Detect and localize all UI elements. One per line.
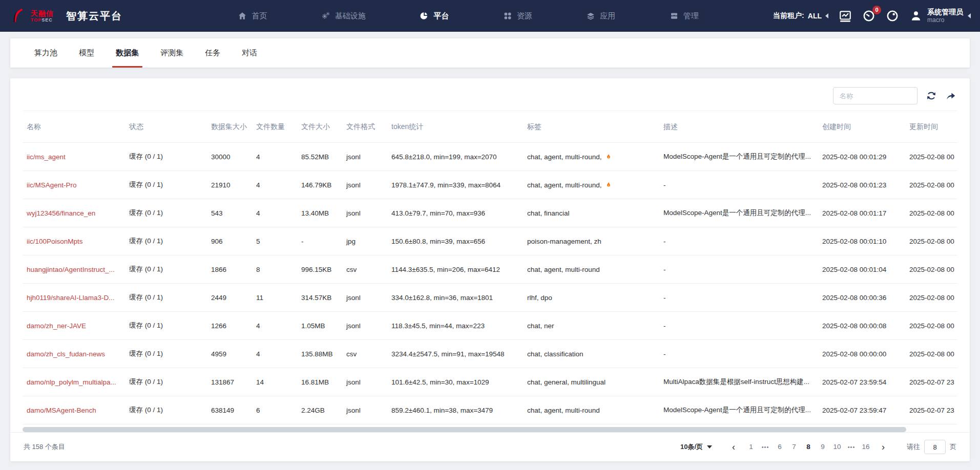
page-ellipsis[interactable]: •••: [844, 440, 859, 454]
cell-dataset-size: 2449: [207, 284, 252, 312]
tab-模型[interactable]: 模型: [68, 38, 105, 68]
refresh-button[interactable]: [926, 90, 937, 101]
brand-text: 天融信 TOPSEC: [31, 10, 54, 23]
cell-name: huangjintao/AgentInstruct_...: [23, 255, 125, 284]
nav-item-layers[interactable]: 应用: [586, 0, 615, 32]
dataset-name-link[interactable]: hjh0119/shareAI-Llama3-D...: [27, 294, 115, 302]
table-row: iic/ms_agent缓存 (0 / 1)30000485.52MBjsonl…: [23, 143, 957, 171]
cell-description: ModelScope-Agent是一个通用且可定制的代理...: [659, 396, 818, 424]
nav-item-gears[interactable]: 基础设施: [321, 0, 366, 32]
cell-updated: 2025-02-08 00: [905, 199, 957, 227]
brand: 天融信 TOPSEC 智算云平台: [9, 7, 122, 25]
cell-tags: poison-management, zh: [523, 227, 659, 255]
cell-file-count: 4: [252, 312, 297, 340]
user-meta: 系统管理员 macro: [927, 8, 963, 25]
cell-file-size: 146.79KB: [297, 171, 342, 199]
monitor-chart-button[interactable]: [839, 9, 852, 23]
tab-评测集[interactable]: 评测集: [150, 38, 194, 68]
tab-数据集[interactable]: 数据集: [105, 38, 150, 68]
cell-updated: 2025-02-08 00: [905, 255, 957, 284]
page-number-16[interactable]: 16: [859, 440, 873, 454]
page-number-9[interactable]: 9: [816, 440, 830, 454]
table-row: damo/nlp_polylm_multialpa...缓存 (0 / 1)13…: [23, 368, 957, 396]
cell-name: iic/MSAgent-Pro: [23, 171, 125, 199]
tenant-selector[interactable]: 当前租户: ALL: [773, 11, 828, 20]
prev-page-button[interactable]: ‹: [726, 440, 741, 454]
notification-badge: 0: [872, 6, 881, 14]
cell-file-count: 5: [252, 227, 297, 255]
main-nav: 首页基础设施平台资源应用管理: [184, 0, 753, 32]
cell-status: 缓存 (0 / 1): [125, 227, 207, 255]
page-number-10[interactable]: 10: [830, 440, 844, 454]
cell-dataset-size: 543: [207, 199, 252, 227]
goto-page-input[interactable]: [924, 440, 946, 454]
alert-gauge-button[interactable]: 0: [862, 9, 875, 23]
nav-item-pie[interactable]: 平台: [420, 0, 449, 32]
tab-任务[interactable]: 任务: [194, 38, 231, 68]
nav-item-label: 首页: [252, 11, 267, 21]
pagination: 10条/页 ‹ 1•••678910•••16 › 请往 页: [680, 440, 956, 454]
nav-item-grid[interactable]: 资源: [503, 0, 532, 32]
cell-file-format: jsonl: [342, 199, 387, 227]
cell-file-count: 6: [252, 396, 297, 424]
dataset-name-link[interactable]: iic/ms_agent: [27, 153, 66, 161]
storage-icon: [670, 11, 679, 20]
page-number-7[interactable]: 7: [787, 440, 801, 454]
page-size-select[interactable]: 10条/页: [680, 442, 712, 452]
tab-算力池[interactable]: 算力池: [24, 38, 68, 68]
cell-file-size: 13.40MB: [297, 199, 342, 227]
cell-status: 缓存 (0 / 1): [125, 199, 207, 227]
cell-status: 缓存 (0 / 1): [125, 255, 207, 284]
cell-file-count: 4: [252, 143, 297, 171]
cell-tags: chat, classification: [523, 340, 659, 368]
dataset-name-link[interactable]: damo/MSAgent-Bench: [27, 407, 96, 414]
next-page-button[interactable]: ›: [876, 440, 890, 454]
cell-token-stats: 118.3±45.5, min=44, max=223: [387, 312, 523, 340]
cell-file-format: jsonl: [342, 368, 387, 396]
search-input[interactable]: [833, 87, 918, 104]
page-size-label: 10条/页: [680, 442, 703, 452]
clock-button[interactable]: [886, 9, 899, 23]
navbar-right: 当前租户: ALL 0: [773, 8, 971, 25]
column-header: 描述: [659, 111, 818, 143]
tab-对话[interactable]: 对话: [231, 38, 268, 68]
cell-tags: chat, agent, multi-round,: [523, 171, 659, 199]
user-caret-icon: [968, 13, 971, 18]
cell-token-stats: 1978.1±747.9, min=339, max=8064: [387, 171, 523, 199]
dataset-name-link[interactable]: huangjintao/AgentInstruct_...: [27, 266, 115, 273]
cell-file-format: jsonl: [342, 312, 387, 340]
cell-tags: chat, general, multilingual: [523, 368, 659, 396]
column-header: 状态: [125, 111, 207, 143]
dataset-name-link[interactable]: damo/zh_ner-JAVE: [27, 322, 86, 330]
nav-item-home[interactable]: 首页: [238, 0, 267, 32]
dataset-name-link[interactable]: iic/100PoisonMpts: [27, 238, 83, 245]
cell-status: 缓存 (0 / 1): [125, 340, 207, 368]
page-number-8[interactable]: 8: [801, 440, 816, 454]
nav-item-label: 应用: [600, 11, 615, 21]
dataset-name-link[interactable]: damo/nlp_polylm_multialpa...: [27, 378, 116, 386]
cell-file-size: 996.15KB: [297, 255, 342, 284]
cell-file-size: -: [297, 227, 342, 255]
page-number-1[interactable]: 1: [744, 440, 758, 454]
cell-name: damo/zh_cls_fudan-news: [23, 340, 125, 368]
cell-dataset-size: 906: [207, 227, 252, 255]
page-number-6[interactable]: 6: [773, 440, 787, 454]
column-header: 标签: [523, 111, 659, 143]
horizontal-scrollbar-thumb[interactable]: [23, 427, 906, 432]
cell-token-stats: 1144.3±635.5, min=206, max=6412: [387, 255, 523, 284]
cell-token-stats: 101.6±42.5, min=30, max=1029: [387, 368, 523, 396]
cell-token-stats: 645.8±218.0, min=199, max=2070: [387, 143, 523, 171]
dataset-name-link[interactable]: iic/MSAgent-Pro: [27, 181, 77, 189]
nav-item-storage[interactable]: 管理: [670, 0, 699, 32]
table-row: hjh0119/shareAI-Llama3-D...缓存 (0 / 1)244…: [23, 284, 957, 312]
cell-description: -: [659, 284, 818, 312]
cell-created: 2025-02-08 00:00:00: [818, 340, 905, 368]
cell-status: 缓存 (0 / 1): [125, 143, 207, 171]
goto-prefix: 请往: [907, 442, 920, 452]
share-button[interactable]: [945, 90, 956, 101]
page-ellipsis[interactable]: •••: [758, 440, 773, 454]
user-menu[interactable]: 系统管理员 macro: [909, 8, 971, 25]
cell-file-format: jsonl: [342, 143, 387, 171]
dataset-name-link[interactable]: wyj123456/finance_en: [27, 209, 95, 217]
dataset-name-link[interactable]: damo/zh_cls_fudan-news: [27, 350, 105, 358]
